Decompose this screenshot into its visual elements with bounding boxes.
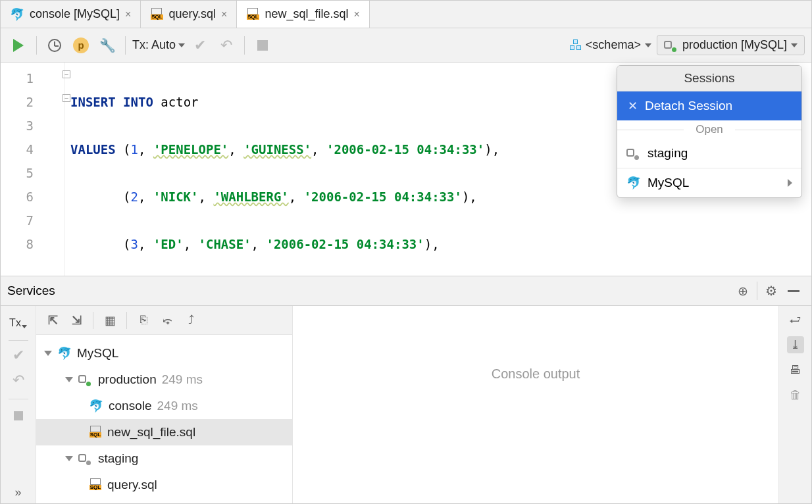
commit-button[interactable]: ✔ (189, 34, 211, 57)
delete-button[interactable]: 🗑 (787, 386, 804, 403)
console-output: Console output (293, 306, 778, 504)
file-tabs: 🐬 console [MySQL] × SQL query.sql × SQL … (1, 1, 811, 28)
session-staging-item[interactable]: staging (617, 139, 801, 168)
chevron-down-icon (44, 351, 52, 356)
chevron-right-icon (788, 179, 792, 187)
tab-label: new_sql_file.sql (265, 7, 348, 21)
datasource-icon (626, 147, 638, 159)
tx-dropdown[interactable]: Tx (9, 310, 27, 336)
tree-node-mysql[interactable]: 🐬 MySQL (36, 340, 292, 366)
scroll-to-end-button[interactable]: ⤓ (787, 336, 804, 353)
commit-button[interactable]: ✔ (13, 345, 24, 366)
services-settings-button[interactable]: ⚙ (760, 280, 782, 302)
close-icon[interactable]: × (221, 9, 227, 20)
split-button[interactable]: ⤴ (180, 309, 202, 332)
tx-label: Tx: Auto (132, 38, 176, 52)
services-left-toolbar: Tx ✔ ↶ » (1, 306, 36, 504)
editor-toolbar: p 🔧 Tx: Auto ✔ ↶ <schema> production [My… (1, 28, 811, 63)
run-button[interactable] (7, 34, 30, 57)
tree-node-new-sql-file[interactable]: SQL new_sql_file.sql (36, 419, 292, 445)
services-body: Tx ✔ ↶ » ⇱ ⇲ ▦ ⎘ ⤽ ⤴ 🐬 MySQL (1, 306, 811, 504)
schema-picker[interactable]: <schema> (570, 38, 651, 52)
close-icon[interactable]: × (125, 9, 131, 20)
crosshair-icon: ⊕ (738, 284, 748, 299)
sql-file-icon: SQL (150, 8, 163, 21)
tree-node-query[interactable]: SQL query.sql (36, 472, 292, 498)
chevron-down-icon (791, 43, 798, 47)
wrap-button[interactable]: ⮐ (787, 311, 804, 328)
chevron-down-icon (65, 377, 73, 382)
fold-icon[interactable]: – (63, 70, 70, 78)
dolphin-icon: 🐬 (89, 393, 103, 418)
profile-button[interactable]: p (70, 34, 92, 57)
rollback-button[interactable]: ↶ (13, 370, 24, 391)
sql-file-icon: SQL (89, 426, 102, 439)
schema-label: <schema> (586, 38, 641, 52)
expand-all-button[interactable]: ⇱ (41, 309, 64, 332)
tree-node-production[interactable]: production 249 ms (36, 366, 292, 393)
tab-label: query.sql (168, 7, 216, 21)
collapse-all-button[interactable]: ⇲ (65, 309, 88, 332)
detach-session-item[interactable]: ✕ Detach Session (617, 91, 801, 120)
sql-file-icon: SQL (246, 8, 259, 21)
close-icon: ✕ (626, 99, 638, 113)
fold-icon[interactable]: – (63, 94, 70, 102)
stop-button[interactable] (251, 34, 274, 57)
datasource-icon (78, 374, 90, 386)
dolphin-icon: 🐬 (10, 7, 24, 22)
tab-new-sql-file[interactable]: SQL new_sql_file.sql × (237, 1, 369, 28)
stop-button[interactable] (14, 411, 23, 420)
services-right-toolbar: ⮐ ⤓ 🖶 🗑 (778, 306, 811, 504)
session-popup: Sessions ✕ Detach Session Open staging 🐬… (617, 65, 802, 198)
more-button[interactable]: » (14, 486, 21, 499)
services-title: Services (7, 284, 55, 298)
target-button[interactable]: ⊕ (732, 280, 754, 302)
services-header: Services ⊕ ⚙ (1, 276, 811, 306)
merge-button[interactable]: ⤽ (156, 309, 178, 332)
services-tree-pane: ⇱ ⇲ ▦ ⎘ ⤽ ⤴ 🐬 MySQL production 249 ms 🐬 (36, 306, 293, 504)
dolphin-icon: 🐬 (57, 341, 72, 366)
tx-mode-picker[interactable]: Tx: Auto (132, 38, 185, 52)
settings-button[interactable]: 🔧 (96, 34, 118, 57)
rollback-button[interactable]: ↶ (215, 34, 238, 57)
history-button[interactable] (43, 34, 66, 57)
popup-header: Sessions (617, 66, 801, 91)
add-tab-button[interactable]: ⎘ (132, 309, 155, 332)
session-picker[interactable]: production [MySQL] (657, 35, 805, 55)
print-button[interactable]: 🖶 (787, 361, 804, 378)
tree-node-console[interactable]: 🐬 console 249 ms (36, 393, 292, 419)
schema-icon (570, 39, 582, 51)
popup-section-open: Open (617, 120, 801, 139)
close-icon[interactable]: × (354, 9, 360, 20)
datasource-icon (664, 39, 676, 51)
chevron-down-icon (645, 43, 651, 47)
services-tree-toolbar: ⇱ ⇲ ▦ ⎘ ⤽ ⤴ (36, 306, 292, 335)
datasource-icon (78, 453, 90, 465)
services-tree[interactable]: 🐬 MySQL production 249 ms 🐬 console 249 … (36, 335, 292, 503)
dolphin-icon: 🐬 (626, 176, 641, 190)
services-hide-button[interactable] (782, 280, 805, 302)
tree-node-staging[interactable]: staging (36, 445, 292, 472)
grid-view-button[interactable]: ▦ (99, 309, 121, 332)
chevron-down-icon (65, 456, 73, 461)
chevron-down-icon (178, 43, 185, 47)
tab-label: console [MySQL] (30, 7, 120, 21)
session-label: production [MySQL] (682, 38, 787, 52)
tab-query[interactable]: SQL query.sql × (141, 1, 237, 28)
gutter: 1 2 3 4 5 6 7 8 – – (1, 63, 70, 276)
sql-file-icon: SQL (89, 478, 102, 491)
session-mysql-item[interactable]: 🐬 MySQL (617, 168, 801, 197)
tab-console[interactable]: 🐬 console [MySQL] × (1, 1, 141, 28)
